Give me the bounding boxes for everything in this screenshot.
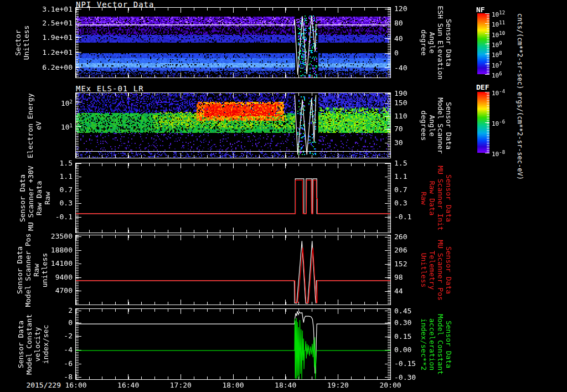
- panel-1-left-axis-label: Sector Unitless: [14, 25, 30, 60]
- panel-2-right-axis-label: Sensor Data Model Scanner Angle degrees: [420, 97, 453, 154]
- xaxis-time-label: 19:20: [326, 381, 350, 389]
- xaxis-time-label: 18:40: [274, 381, 298, 389]
- panel-1-left-tick-label: 3.1e+01: [36, 5, 73, 13]
- panel-2-right-tick-label: 150: [394, 99, 407, 107]
- panel-1-right-tick-label: -40: [394, 64, 407, 72]
- panel-5-series-plot: [76, 309, 390, 379]
- scanner-angle-overlay-trace: [295, 95, 316, 155]
- panel-2-right-tick-label: 110: [394, 112, 407, 120]
- panel-2-left-axis-label: Electron Energy eV: [26, 93, 43, 158]
- panel-1-right-tick-label: 120: [394, 4, 407, 13]
- nf-colorbar-bar: [477, 13, 489, 74]
- esh-sun-elevation-trace: [76, 16, 390, 75]
- panel-3-right-tick-label: 1.1: [394, 172, 407, 180]
- panel-5-right-tick-label: 0.45: [394, 307, 411, 315]
- panel-2-right-tick-label: 190: [394, 89, 407, 97]
- nf-colorbar-tick: [485, 44, 489, 44]
- xaxis-time-label: 20:00: [378, 381, 403, 389]
- panel-5-right-tick-label: 0.00: [394, 345, 411, 354]
- nf-colorbar-tick: [485, 74, 489, 75]
- panel-4-series-plot: [76, 235, 390, 305]
- panel-5-right-tick-label: 0.15: [394, 332, 411, 341]
- nf-colorbar-tick-label: 106: [492, 70, 502, 80]
- panel-1-right-tick-label: 40: [394, 34, 403, 43]
- panel-5-right-tick-label: 0.30: [394, 318, 411, 327]
- panel-3-right-tick-label: 0.3: [394, 199, 407, 207]
- panel-4-right-axis-label: Sensor Data MU Scanner Pos Telemetry Uni…: [420, 240, 453, 301]
- xaxis-time-label: 16:00: [64, 381, 88, 389]
- def-colorbar-tick-label: 10-6: [492, 118, 505, 128]
- nf-colorbar-tick: [485, 23, 489, 24]
- date-label: 2015/229: [14, 381, 61, 389]
- panel-1-left-tick-label: 2.5e+01: [36, 19, 73, 27]
- panel-1-left-tick-label: 1.2e+01: [36, 48, 73, 56]
- def-colorbar-units: ergs/(cm**2-sr-sec-eV): [516, 92, 524, 180]
- panel-5-left-axis-label: Sensor Data Model Constant velocity inde…: [17, 314, 50, 375]
- nf-colorbar-tick: [485, 64, 489, 64]
- nf-colorbar-title: NF: [476, 6, 485, 14]
- panel-2-right-tick-label: 70: [394, 125, 403, 133]
- panel-4: [75, 235, 391, 305]
- panel-5: [75, 308, 391, 380]
- panel-2: [75, 92, 391, 158]
- nf-colorbar-tick-label: 1012: [492, 9, 505, 19]
- def-colorbar-tick-label: 10-8: [492, 148, 505, 158]
- xaxis-time-label: 18:00: [221, 381, 245, 389]
- panel-1-left-tick-label: 1.9e+01: [36, 33, 73, 42]
- panel-4-right-tick-label: 98: [394, 273, 403, 281]
- nf-colorbar-tick-label: 1010: [492, 29, 505, 39]
- model-constant-velocity-trace: [76, 311, 390, 373]
- model-constant-acceleration-trace: [76, 318, 390, 379]
- panel-3-left-axis-label: Sensor Data MU Scanner +30V Raw Data Raw: [18, 166, 51, 230]
- xaxis-time-label: 16:40: [116, 381, 141, 389]
- xaxis-time-label: 17:20: [168, 381, 193, 389]
- nf-colorbar-tick: [485, 33, 489, 34]
- panel-5-right-tick-label: -0.15: [394, 359, 416, 368]
- panel-3-right-tick-label: 1.5: [394, 159, 407, 167]
- nf-colorbar-tick-label: 1011: [492, 19, 505, 29]
- panel-1-right-tick-label: 0: [394, 49, 399, 57]
- model-scanner-pos-white-trace: [76, 241, 390, 303]
- nf-colorbar-tick: [485, 13, 489, 14]
- nf-colorbar-tick-label: 108: [492, 49, 502, 59]
- def-colorbar-title: DEF: [476, 83, 489, 91]
- def-colorbar-tick: [485, 92, 489, 92]
- panel-4-right-tick-label: 44: [394, 287, 403, 295]
- panel-3: [75, 163, 391, 233]
- model-scanner-pos-raw-trace: [76, 247, 390, 303]
- nf-colorbar-tick: [485, 54, 489, 54]
- panel-5-right-axis-label: Sensor Data Model Constant acceleration …: [420, 314, 453, 375]
- panel-1-series-plot: [76, 8, 390, 78]
- panel-2-series-plot: [76, 93, 390, 158]
- panel-4-left-axis-label: Sensor Data Model Scanner Pos Raw unitle…: [16, 233, 49, 307]
- panel-1-left-tick-label: 6.2e+00: [36, 63, 73, 71]
- figure-root: NPI Vector Data MEx ELS-01 LR 2015/229 3…: [0, 0, 567, 392]
- panel-3-series-plot: [76, 163, 390, 233]
- panel-4-right-tick-label: 152: [394, 260, 407, 268]
- panel-4-right-tick-label: 260: [394, 233, 407, 241]
- def-colorbar-tick-label: 10-4: [492, 87, 505, 97]
- panel-4-right-tick-label: 206: [394, 246, 407, 254]
- def-colorbar-bar: [477, 92, 489, 153]
- panel-3-right-axis-label: Sensor Data MU Scanner Init Raw Data Raw: [420, 166, 453, 230]
- panel-3-right-tick-label: 0.7: [394, 185, 407, 194]
- def-colorbar-tick: [485, 153, 489, 153]
- panel-1: [75, 7, 391, 78]
- panel2-title: MEx ELS-01 LR: [76, 85, 144, 93]
- nf-colorbar-tick-label: 109: [492, 39, 502, 49]
- panel-3-right-tick-label: -0.1: [394, 213, 411, 221]
- nf-colorbar-units: cnts/(cm**2-sr-sec): [516, 13, 524, 89]
- panel-5-left-tick-label: 2: [36, 306, 73, 314]
- panel-1-right-axis-label: Sensor Data ESH Sun Elevation Angle degr…: [420, 6, 453, 79]
- def-colorbar-tick: [485, 122, 489, 123]
- panel-5-right-tick-label: -0.30: [394, 373, 416, 381]
- panel-2-right-tick-label: 30: [394, 138, 403, 147]
- panel-1-right-tick-label: 80: [394, 19, 403, 27]
- mu-scanner-30v-white-trace: [76, 179, 390, 214]
- nf-colorbar-tick-label: 107: [492, 60, 502, 70]
- mu-scanner-30v-raw-trace: [76, 180, 390, 214]
